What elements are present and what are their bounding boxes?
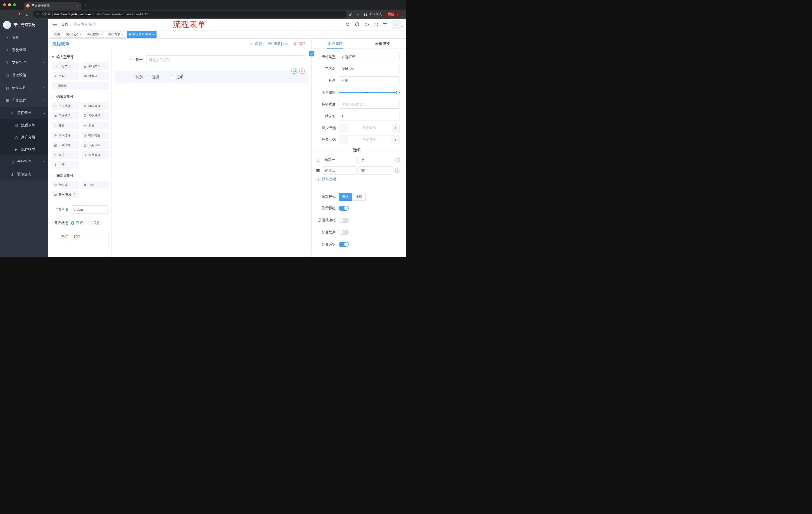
view-json-button[interactable]: 查看json — [268, 42, 288, 46]
option-value-input[interactable] — [358, 156, 393, 164]
slider-handle[interactable] — [396, 91, 400, 94]
browser-update-button[interactable]: 更新 ⋮ — [385, 11, 402, 17]
browser-tab[interactable]: 芋道管理系统 × — [24, 2, 81, 9]
bookmark-star-icon[interactable]: ☆ — [356, 12, 360, 17]
palette-item-date-range[interactable]: ▥日期范围 — [82, 141, 109, 149]
form-grid-slider[interactable] — [339, 92, 398, 93]
increment-button[interactable]: + — [392, 136, 399, 144]
drag-handle-icon[interactable] — [316, 169, 320, 172]
canvas-field-phone[interactable]: *手机号 — [115, 55, 308, 64]
palette-item-multi-line-text[interactable]: ▤多行文本 — [82, 62, 109, 70]
sidebar-item-system-management[interactable]: ✳ 系统管理 ▾ — [0, 44, 48, 56]
disabled-toggle[interactable] — [339, 230, 349, 235]
forward-button[interactable]: → — [9, 10, 17, 18]
github-icon[interactable] — [355, 22, 359, 27]
delete-field-button[interactable] — [299, 68, 305, 74]
tag-process-model[interactable]: 流程模型 × — [85, 31, 104, 38]
palette-item-table-wip[interactable]: ▦表格[开发中] — [52, 191, 79, 198]
fullscreen-icon[interactable] — [374, 22, 378, 26]
remove-option-button[interactable]: − — [395, 168, 400, 173]
option-name-input[interactable] — [322, 166, 356, 174]
home-button[interactable]: ⌂ — [24, 10, 31, 18]
breadcrumb-home[interactable]: 首页 — [61, 22, 68, 27]
browser-menu-icon[interactable]: ⋮ — [396, 12, 400, 16]
palette-item-slider[interactable]: ⊷滑块 — [82, 122, 109, 129]
palette-item-radio-group[interactable]: ◉单选框组 — [52, 112, 79, 119]
back-button[interactable]: ← — [2, 10, 9, 18]
palette-item-upload[interactable]: ↥上传 — [52, 161, 79, 168]
tag-process-definition[interactable]: 流程定义 × — [64, 31, 83, 38]
phone-input[interactable] — [146, 55, 305, 64]
checkbox-option-2[interactable]: 选项二 — [171, 75, 187, 79]
status-radio-open[interactable]: 开启 — [71, 221, 83, 225]
tab-form-props[interactable]: 表单属性 — [359, 39, 406, 49]
key-icon[interactable] — [349, 12, 353, 16]
app-logo[interactable]: 芋道管理系统 — [0, 19, 48, 31]
window-zoom-button[interactable] — [13, 3, 16, 6]
checkbox-option-1[interactable]: 选项一 — [146, 75, 163, 79]
sidebar-item-process-management[interactable]: ≣ 流程管理 ▴ — [0, 107, 48, 119]
field-name-input[interactable] — [339, 64, 400, 73]
segment-default[interactable]: 默认 — [339, 193, 352, 201]
tab-component-props[interactable]: 组件属性 — [312, 39, 359, 49]
option-value-input[interactable] — [358, 166, 393, 174]
help-icon[interactable] — [365, 22, 369, 27]
new-tab-button[interactable]: + — [84, 2, 87, 8]
palette-item-rate[interactable]: ☆评分 — [52, 151, 79, 159]
sidebar-collapse-icon[interactable] — [48, 22, 61, 26]
security-warning-icon[interactable]: ⚠ — [36, 12, 39, 16]
label-width-input[interactable] — [339, 100, 400, 109]
palette-item-color-picker[interactable]: ◑颜色选择 — [82, 151, 109, 159]
palette-item-password[interactable]: ◈密码 — [52, 72, 79, 80]
close-icon[interactable]: × — [121, 33, 123, 36]
save-button[interactable]: 保存 — [250, 42, 262, 46]
palette-item-dropdown[interactable]: ⊙下拉选择 — [52, 102, 79, 110]
sidebar-item-task-management[interactable]: ◳ 任务管理 ▾ — [0, 155, 48, 168]
close-icon[interactable]: × — [100, 33, 102, 36]
max-select-value[interactable]: 最多可选 — [346, 136, 392, 144]
copy-field-button[interactable] — [291, 68, 297, 74]
palette-item-switch[interactable]: ◐开关 — [52, 122, 79, 129]
window-close-button[interactable] — [3, 3, 6, 6]
decrement-button[interactable]: − — [339, 124, 346, 132]
remove-option-button[interactable]: − — [395, 158, 400, 162]
palette-item-row-container[interactable]: ◫行容器 — [52, 181, 79, 189]
decrement-button[interactable]: − — [339, 136, 346, 144]
palette-item-editor[interactable]: 编辑器 — [52, 82, 109, 89]
palette-item-date-picker[interactable]: ▦日期选择 — [52, 141, 79, 149]
clear-button[interactable]: 清空 — [294, 42, 306, 46]
canvas-field-gender-selected[interactable]: *性别 选项一 选项二 — [115, 71, 308, 83]
increment-button[interactable]: + — [392, 124, 399, 132]
min-select-value[interactable]: 至少应选 — [346, 124, 392, 132]
search-icon[interactable] — [346, 22, 350, 27]
reload-button[interactable]: ↻ — [17, 10, 24, 18]
sidebar-item-workflow[interactable]: ▦ 工作流程 ▴ — [0, 94, 48, 107]
segment-button[interactable]: 按钮 — [352, 193, 366, 201]
panel-link-handle[interactable] — [309, 51, 314, 56]
component-type-select[interactable]: 多选框组 — [339, 53, 400, 61]
palette-item-counter[interactable]: 123计数器 — [82, 72, 109, 80]
required-toggle[interactable] — [339, 242, 349, 247]
close-icon[interactable]: × — [152, 33, 154, 36]
add-option-button[interactable]: + 添加选项 — [317, 177, 400, 182]
sidebar-item-payment-management[interactable]: ¥ 支付管理 ▾ — [0, 56, 48, 69]
address-bar[interactable]: ⚠ 不安全 dashboard.yudao.iocoder.cn/bpm/man… — [33, 10, 347, 18]
title-input[interactable] — [339, 77, 400, 85]
sidebar-item-infrastructure[interactable]: ▤ 基础设施 ▾ — [0, 69, 48, 81]
sidebar-item-process-model[interactable]: ▶ 流程模型 — [0, 143, 48, 155]
tag-process-form-edit[interactable]: 流程表单-编辑 × — [127, 31, 156, 38]
palette-item-time-picker[interactable]: ◷时间选择 — [52, 132, 79, 139]
sidebar-item-process-form[interactable]: ▤ 流程表单 — [0, 119, 48, 131]
status-radio-closed[interactable]: 关闭 — [88, 221, 100, 225]
default-value-input[interactable] — [339, 112, 400, 120]
option-name-input[interactable] — [322, 156, 356, 164]
palette-item-time-range[interactable]: ◶时间范围 — [82, 132, 109, 139]
close-icon[interactable]: × — [79, 33, 81, 36]
form-remark-textarea[interactable]: 嘿嘿 — [71, 233, 109, 247]
drag-handle-icon[interactable] — [316, 158, 320, 162]
font-size-icon[interactable]: TT — [383, 22, 387, 27]
tag-process-form[interactable]: 流程表单 × — [106, 31, 125, 38]
sidebar-item-home[interactable]: ◔ 首页 — [0, 31, 48, 44]
palette-item-single-line-text[interactable]: ▭单行文本 — [52, 62, 79, 70]
tag-home[interactable]: 首页 — [52, 31, 62, 38]
